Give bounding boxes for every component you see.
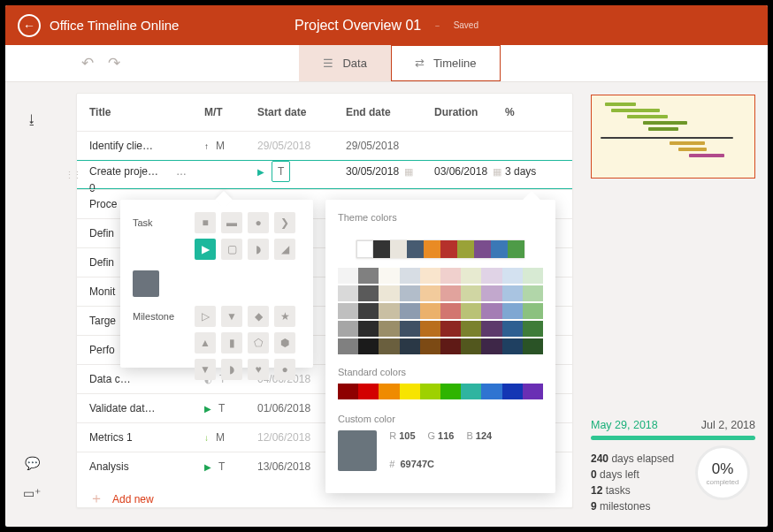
- row-end-date[interactable]: 29/05/2018: [346, 140, 434, 152]
- row-type[interactable]: ▶T: [204, 402, 257, 414]
- row-type[interactable]: ↓M: [204, 431, 257, 444]
- row-duration[interactable]: 3 days: [505, 165, 558, 178]
- ms-shape-heart[interactable]: ♥: [248, 359, 269, 380]
- table-row[interactable]: Identify clie…↑M29/05/201829/05/2018: [77, 131, 572, 160]
- theme-color-swatch[interactable]: [457, 240, 474, 258]
- theme-color-swatch[interactable]: [502, 338, 523, 354]
- theme-color-swatch[interactable]: [420, 321, 440, 337]
- theme-color-swatch[interactable]: [420, 303, 440, 319]
- standard-color-swatch[interactable]: [358, 384, 379, 399]
- rgb-r[interactable]: R105: [389, 430, 415, 441]
- theme-color-swatch[interactable]: [440, 285, 461, 301]
- standard-color-swatch[interactable]: [440, 384, 461, 399]
- theme-color-swatch[interactable]: [502, 285, 523, 301]
- theme-color-swatch[interactable]: [440, 303, 461, 319]
- row-start-date[interactable]: 30/05/2018: [346, 165, 434, 178]
- document-title[interactable]: Project Overview 01: [295, 18, 421, 34]
- theme-color-swatch[interactable]: [400, 303, 420, 319]
- theme-color-swatch[interactable]: [420, 285, 440, 301]
- hex-value[interactable]: # 69747C: [389, 459, 434, 469]
- standard-color-swatch[interactable]: [379, 384, 399, 399]
- theme-color-swatch[interactable]: [424, 240, 440, 258]
- theme-color-swatch[interactable]: [491, 240, 508, 258]
- theme-color-swatch[interactable]: [461, 285, 481, 301]
- theme-color-swatch[interactable]: [481, 321, 501, 337]
- theme-color-swatch[interactable]: [358, 285, 379, 301]
- task-shape-circle[interactable]: ●: [248, 212, 269, 233]
- standard-color-swatch[interactable]: [523, 384, 543, 399]
- ms-shape-arrow-up[interactable]: ▲: [195, 332, 216, 353]
- row-type[interactable]: ▶T: [204, 460, 257, 473]
- theme-color-swatch[interactable]: [523, 321, 543, 337]
- theme-color-swatch[interactable]: [440, 338, 461, 354]
- theme-color-swatch[interactable]: [390, 240, 407, 258]
- theme-color-swatch[interactable]: [440, 321, 461, 337]
- tab-data[interactable]: ☰Data: [299, 45, 390, 81]
- ms-shape-circle[interactable]: ●: [274, 359, 295, 380]
- theme-color-swatch[interactable]: [338, 285, 358, 301]
- theme-color-swatch[interactable]: [461, 338, 481, 354]
- ms-shape-flag[interactable]: ▷: [195, 306, 216, 327]
- theme-color-swatch[interactable]: [373, 240, 390, 258]
- theme-color-swatch[interactable]: [523, 285, 543, 301]
- present-icon[interactable]: ▭⁺: [23, 486, 41, 500]
- theme-color-swatch[interactable]: [379, 285, 399, 301]
- col-percent[interactable]: %: [505, 106, 558, 118]
- theme-color-swatch[interactable]: [502, 303, 523, 319]
- standard-color-swatch[interactable]: [400, 384, 420, 399]
- theme-color-swatch[interactable]: [379, 321, 399, 337]
- timeline-thumbnail[interactable]: [591, 95, 755, 179]
- row-type[interactable]: ↑M: [204, 140, 257, 152]
- custom-color-preview[interactable]: [338, 430, 377, 471]
- row-title[interactable]: Validate dat…: [89, 402, 204, 414]
- task-shape-play[interactable]: ▶: [195, 239, 216, 260]
- col-end[interactable]: End date: [346, 106, 434, 118]
- ms-shape-pentagon[interactable]: ⬠: [248, 332, 269, 353]
- theme-color-swatch[interactable]: [356, 240, 373, 258]
- theme-color-swatch[interactable]: [440, 268, 461, 284]
- back-button[interactable]: ←: [18, 14, 41, 37]
- theme-color-swatch[interactable]: [461, 268, 481, 284]
- theme-color-swatch[interactable]: [379, 268, 399, 284]
- row-title[interactable]: Analysis: [89, 460, 204, 473]
- theme-color-swatch[interactable]: [481, 338, 501, 354]
- theme-color-swatch[interactable]: [523, 268, 543, 284]
- theme-color-swatch[interactable]: [508, 240, 524, 258]
- theme-color-swatch[interactable]: [407, 240, 424, 258]
- row-title[interactable]: Metrics 1: [89, 431, 204, 444]
- ms-shape-tri-down[interactable]: ▼: [221, 306, 242, 327]
- col-start[interactable]: Start date: [257, 106, 346, 118]
- theme-color-swatch[interactable]: [400, 321, 420, 337]
- ms-shape-pin[interactable]: ▮: [221, 332, 242, 353]
- theme-color-swatch[interactable]: [461, 303, 481, 319]
- theme-color-swatch[interactable]: [338, 268, 358, 284]
- theme-color-swatch[interactable]: [400, 268, 420, 284]
- table-row[interactable]: Create proje……▶T30/05/201803/06/20183 da…: [77, 160, 572, 189]
- theme-color-swatch[interactable]: [358, 268, 379, 284]
- theme-color-swatch[interactable]: [400, 285, 420, 301]
- rgb-g[interactable]: G116: [428, 430, 455, 441]
- theme-color-swatch[interactable]: [338, 321, 358, 337]
- standard-color-swatch[interactable]: [461, 384, 481, 399]
- theme-color-swatch[interactable]: [420, 338, 440, 354]
- drag-handle-icon[interactable]: ⋮⋮: [65, 169, 80, 180]
- ms-shape-arrow-down[interactable]: ▼: [195, 359, 216, 380]
- task-shape-leaf[interactable]: ◗: [248, 239, 269, 260]
- comment-icon[interactable]: 💬: [23, 456, 41, 470]
- standard-color-swatch[interactable]: [338, 384, 358, 399]
- theme-color-swatch[interactable]: [461, 321, 481, 337]
- tab-timeline[interactable]: ⇄Timeline: [391, 45, 501, 81]
- theme-color-swatch[interactable]: [523, 303, 543, 319]
- col-mt[interactable]: M/T: [204, 106, 257, 118]
- row-type[interactable]: ▶T: [257, 161, 346, 182]
- col-duration[interactable]: Duration: [434, 106, 505, 118]
- theme-color-swatch[interactable]: [523, 338, 543, 354]
- standard-color-swatch[interactable]: [481, 384, 501, 399]
- theme-color-swatch[interactable]: [358, 338, 379, 354]
- theme-color-swatch[interactable]: [481, 303, 501, 319]
- theme-color-swatch[interactable]: [338, 338, 358, 354]
- task-shape-drop[interactable]: ◢: [274, 239, 295, 260]
- theme-color-swatch[interactable]: [440, 240, 457, 258]
- shape-color-preview[interactable]: [133, 270, 159, 297]
- standard-color-swatch[interactable]: [502, 384, 523, 399]
